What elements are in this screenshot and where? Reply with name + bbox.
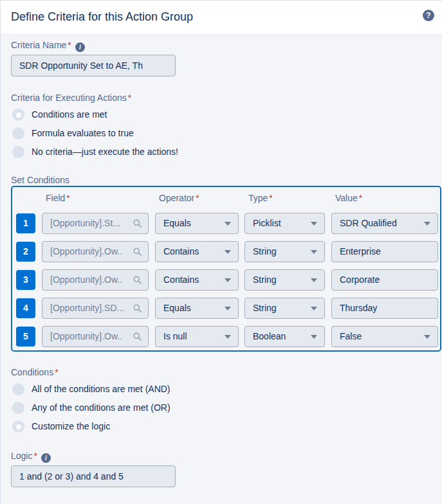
info-icon[interactable]: i [75, 42, 85, 52]
condition-type-value: String [253, 246, 277, 256]
define-criteria-panel: Define Criteria for this Action Group ? … [0, 0, 442, 504]
chevron-down-icon [424, 335, 430, 339]
info-icon[interactable]: i [41, 453, 51, 463]
chevron-down-icon [225, 250, 231, 254]
condition-row-number: 2 [16, 242, 35, 262]
required-asterisk: * [68, 40, 71, 50]
help-icon[interactable]: ? [423, 10, 434, 21]
chevron-down-icon [311, 307, 317, 310]
condition-type-value: Boolean [253, 331, 286, 341]
chevron-down-icon [225, 307, 231, 310]
column-header-value: Value* [335, 193, 362, 203]
required-asterisk: * [128, 93, 131, 103]
search-icon [133, 219, 142, 228]
condition-field-value: [Opportunity].SD... [50, 303, 124, 313]
search-icon [133, 247, 142, 256]
condition-field-value: [Opportunity].Ow.. [50, 246, 122, 256]
executing-actions-label-text: Criteria for Executing Actions [11, 93, 127, 103]
logic-label-text: Logic [11, 451, 32, 461]
condition-row-number: 3 [16, 270, 35, 290]
column-header-text: Field [46, 193, 65, 203]
chevron-down-icon [424, 222, 430, 226]
condition-type-dropdown[interactable]: String [244, 241, 325, 262]
condition-value-input[interactable]: SDR Qualified [331, 213, 438, 234]
condition-operator-dropdown[interactable]: Equals [155, 298, 239, 319]
condition-row-number: 1 [16, 213, 35, 233]
required-asterisk: * [66, 193, 69, 203]
radio-icon [12, 420, 24, 433]
criteria-name-label: Criteria Name*i [11, 40, 85, 52]
radio-label: No criteria—just execute the actions! [32, 147, 178, 157]
condition-operator-value: Equals [163, 303, 191, 313]
condition-value-input[interactable]: Enterprise [331, 241, 438, 262]
condition-field-lookup[interactable]: [Opportunity].Ow.. [42, 326, 149, 347]
radio-icon [12, 146, 24, 158]
logic-label: Logic*i [11, 451, 51, 463]
condition-field-lookup[interactable]: [Opportunity].SD... [42, 298, 149, 319]
condition-type-dropdown[interactable]: String [244, 269, 325, 291]
condition-type-dropdown[interactable]: String [244, 298, 325, 319]
condition-field-lookup[interactable]: [Opportunity].Ow.. [42, 241, 149, 262]
condition-type-dropdown[interactable]: Boolean [244, 326, 325, 347]
radio-label: Customize the logic [32, 421, 110, 431]
column-header-text: Value [335, 193, 358, 203]
condition-type-dropdown[interactable]: Picklist [244, 213, 325, 234]
condition-operator-value: Is null [163, 331, 187, 341]
radio-icon [12, 109, 24, 121]
required-asterisk: * [359, 193, 362, 203]
column-header-text: Type [248, 193, 268, 203]
condition-field-value: [Opportunity].St... [50, 218, 120, 228]
required-asterisk: * [33, 451, 37, 461]
condition-operator-value: Contains [163, 246, 199, 256]
conditions-table: Field* Operator* Type* Value* 1 [Opportu… [11, 186, 441, 352]
condition-field-value: [Opportunity].Ow.. [50, 331, 122, 341]
chevron-down-icon [225, 278, 231, 282]
search-icon [133, 303, 142, 313]
page-title: Define Criteria for this Action Group [11, 10, 193, 24]
condition-value-text: Corporate [340, 274, 380, 285]
condition-type-value: String [253, 303, 277, 313]
executing-actions-label: Criteria for Executing Actions* [11, 93, 131, 103]
column-header-field: Field* [46, 193, 70, 203]
column-header-type: Type* [248, 193, 273, 203]
condition-row-number: 4 [16, 298, 35, 318]
condition-operator-dropdown[interactable]: Contains [155, 241, 239, 262]
conditions-label: Conditions* [11, 367, 59, 377]
condition-value-text: False [340, 331, 362, 341]
chevron-down-icon [311, 222, 317, 226]
required-asterisk: * [269, 193, 272, 203]
condition-value-input[interactable]: False [331, 326, 438, 347]
panel-header: Define Criteria for this Action Group ? [1, 1, 442, 35]
condition-value-text: Thursday [340, 303, 377, 313]
chevron-down-icon [225, 222, 231, 226]
radio-label: All of the conditions are met (AND) [32, 384, 170, 394]
condition-operator-dropdown[interactable]: Contains [155, 269, 239, 291]
logic-input[interactable]: 1 and (2 or 3) and 4 and 5 [11, 465, 176, 487]
chevron-down-icon [311, 335, 317, 339]
condition-field-lookup[interactable]: [Opportunity].St... [42, 213, 149, 234]
radio-icon [12, 383, 24, 395]
condition-operator-dropdown[interactable]: Equals [155, 213, 239, 234]
radio-icon [12, 402, 24, 414]
search-icon [133, 332, 142, 341]
condition-type-value: Picklist [253, 218, 281, 228]
condition-field-value: [Opportunity].Ow.. [50, 274, 122, 285]
chevron-down-icon [225, 335, 231, 339]
set-conditions-label: Set Conditions [11, 175, 69, 185]
search-icon [133, 275, 142, 285]
condition-operator-dropdown[interactable]: Is null [155, 326, 239, 347]
condition-type-value: String [253, 274, 277, 285]
condition-value-input[interactable]: Corporate [331, 269, 438, 291]
chevron-down-icon [311, 250, 317, 254]
condition-field-lookup[interactable]: [Opportunity].Ow.. [42, 269, 149, 291]
required-asterisk: * [55, 367, 58, 377]
condition-row-number: 5 [16, 327, 35, 346]
column-header-text: Operator [159, 193, 194, 203]
radio-label: Conditions are met [32, 109, 107, 120]
criteria-name-input[interactable]: SDR Opportunity Set to AE, Th [11, 55, 176, 76]
radio-icon [12, 127, 24, 140]
required-asterisk: * [196, 193, 199, 203]
condition-operator-value: Equals [163, 218, 191, 228]
condition-value-input[interactable]: Thursday [331, 298, 438, 319]
condition-value-text: Enterprise [340, 246, 381, 256]
